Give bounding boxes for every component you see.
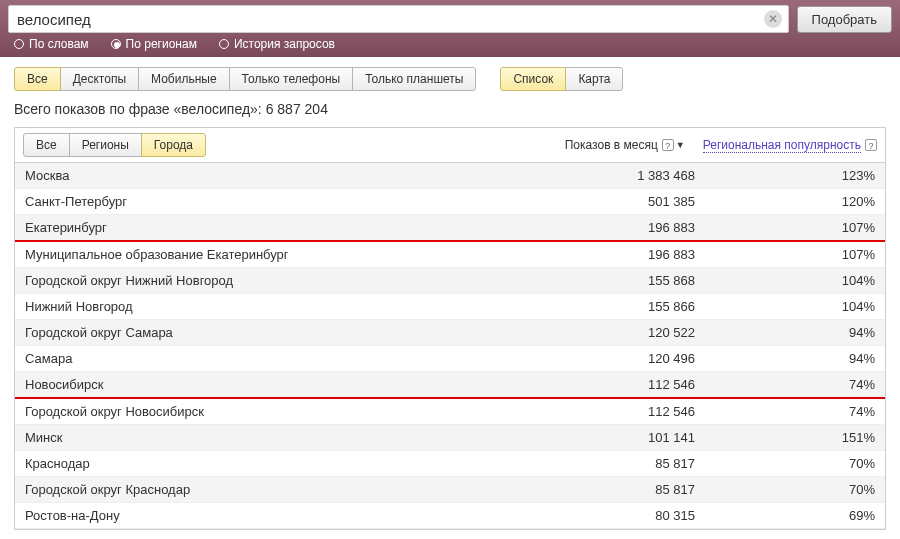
cell-shows: 112 546 [515,404,695,419]
cell-popularity: 104% [695,273,875,288]
cell-region: Москва [25,168,515,183]
cell-shows: 85 817 [515,482,695,497]
help-icon[interactable]: ? [865,139,877,151]
device-tab[interactable]: Только планшеты [352,67,476,91]
results-table: ВсеРегионыГорода Показов в месяц ? ▼ Рег… [14,127,886,530]
cell-popularity: 74% [695,377,875,392]
cell-popularity: 151% [695,430,875,445]
table-row: Городской округ Новосибирск112 54674% [15,399,885,425]
radio-label: История запросов [234,37,335,51]
radio-icon [111,39,121,49]
search-input[interactable] [9,7,764,32]
clear-icon[interactable]: ✕ [764,10,782,28]
cell-shows: 196 883 [515,247,695,262]
mode-radio[interactable]: По словам [14,37,89,51]
table-row: Краснодар85 81770% [15,451,885,477]
summary-text: Всего показов по фразе «велосипед»: 6 88… [0,101,900,127]
cell-popularity: 69% [695,508,875,523]
column-shows[interactable]: Показов в месяц ? ▼ [565,138,685,152]
table-header: ВсеРегионыГорода Показов в месяц ? ▼ Рег… [15,128,885,163]
table-row: Городской округ Краснодар85 81770% [15,477,885,503]
cell-shows: 155 868 [515,273,695,288]
cell-region: Городской округ Нижний Новгород [25,273,515,288]
cell-region: Краснодар [25,456,515,471]
cell-region: Самара [25,351,515,366]
cell-popularity: 74% [695,404,875,419]
radio-icon [219,39,229,49]
mode-radio[interactable]: По регионам [111,37,197,51]
radio-icon [14,39,24,49]
cell-popularity: 104% [695,299,875,314]
scope-tabs: ВсеРегионыГорода [23,133,206,157]
table-row: Муниципальное образование Екатеринбург19… [15,242,885,268]
cell-region: Городской округ Краснодар [25,482,515,497]
column-popularity[interactable]: Региональная популярность ? [703,138,877,153]
scope-tab[interactable]: Все [23,133,70,157]
table-row: Городской округ Нижний Новгород155 86810… [15,268,885,294]
cell-region: Муниципальное образование Екатеринбург [25,247,515,262]
cell-shows: 85 817 [515,456,695,471]
table-row: Нижний Новгород155 866104% [15,294,885,320]
help-icon[interactable]: ? [662,139,674,151]
cell-shows: 120 522 [515,325,695,340]
device-tabs: ВсеДесктопыМобильныеТолько телефоныТольк… [14,67,476,91]
cell-popularity: 94% [695,325,875,340]
cell-region: Нижний Новгород [25,299,515,314]
cell-region: Екатеринбург [25,220,515,235]
cell-region: Санкт-Петербург [25,194,515,209]
cell-popularity: 107% [695,247,875,262]
cell-shows: 101 141 [515,430,695,445]
cell-shows: 501 385 [515,194,695,209]
cell-popularity: 107% [695,220,875,235]
cell-region: Ростов-на-Дону [25,508,515,523]
radio-label: По регионам [126,37,197,51]
sort-arrow-icon: ▼ [676,140,685,150]
view-tabs: СписокКарта [500,67,623,91]
cell-popularity: 120% [695,194,875,209]
cell-shows: 112 546 [515,377,695,392]
cell-shows: 120 496 [515,351,695,366]
device-tab[interactable]: Десктопы [60,67,139,91]
table-row: Новосибирск112 54674% [15,372,885,399]
column-shows-label: Показов в месяц [565,138,658,152]
cell-region: Городской округ Новосибирск [25,404,515,419]
scope-tab[interactable]: Регионы [69,133,142,157]
view-tab[interactable]: Карта [565,67,623,91]
radio-label: По словам [29,37,89,51]
search-input-wrap: ✕ [8,5,789,33]
filter-row: ВсеДесктопыМобильныеТолько телефоныТольк… [0,57,900,101]
cell-shows: 1 383 468 [515,168,695,183]
cell-region: Городской округ Самара [25,325,515,340]
cell-region: Новосибирск [25,377,515,392]
table-row: Ростов-на-Дону80 31569% [15,503,885,529]
scope-tab[interactable]: Города [141,133,206,157]
table-row: Екатеринбург196 883107% [15,215,885,242]
cell-popularity: 94% [695,351,875,366]
cell-shows: 155 866 [515,299,695,314]
view-tab[interactable]: Список [500,67,566,91]
table-row: Москва1 383 468123% [15,163,885,189]
cell-shows: 196 883 [515,220,695,235]
mode-radio[interactable]: История запросов [219,37,335,51]
device-tab[interactable]: Мобильные [138,67,230,91]
search-bar: ✕ Подобрать По словамПо регионамИстория … [0,0,900,57]
cell-popularity: 123% [695,168,875,183]
submit-button[interactable]: Подобрать [797,6,892,33]
table-row: Городской округ Самара120 52294% [15,320,885,346]
cell-popularity: 70% [695,456,875,471]
cell-shows: 80 315 [515,508,695,523]
cell-popularity: 70% [695,482,875,497]
table-row: Самара120 49694% [15,346,885,372]
table-row: Санкт-Петербург501 385120% [15,189,885,215]
cell-region: Минск [25,430,515,445]
table-row: Минск101 141151% [15,425,885,451]
device-tab[interactable]: Все [14,67,61,91]
column-popularity-label[interactable]: Региональная популярность [703,138,861,153]
device-tab[interactable]: Только телефоны [229,67,354,91]
